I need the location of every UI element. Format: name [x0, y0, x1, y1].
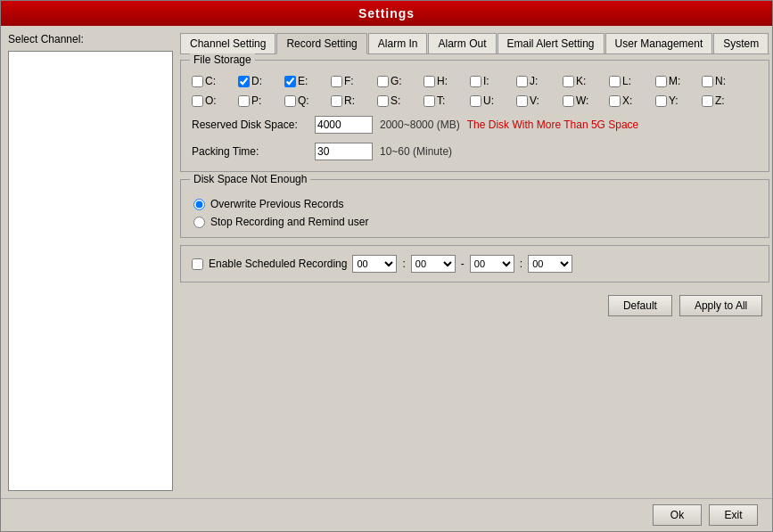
drive-n: N: — [702, 75, 744, 87]
drive-o-checkbox[interactable] — [192, 95, 203, 107]
drive-y-checkbox[interactable] — [655, 95, 667, 107]
drive-v-checkbox[interactable] — [516, 95, 528, 107]
channel-list[interactable] — [8, 51, 173, 491]
scheduled-recording-label: Enable Scheduled Recording — [209, 258, 347, 270]
overwrite-row: Overwrite Previous Records — [193, 198, 756, 210]
drive-e-label: E: — [298, 75, 308, 87]
reserved-disk-link[interactable]: The Disk With More Than 5G Space — [467, 119, 639, 131]
drive-n-checkbox[interactable] — [702, 76, 713, 87]
reserved-disk-row: Reserved Disk Space: 2000~8000 (MB) The … — [192, 116, 758, 134]
start-minute-select[interactable]: 00153045 — [411, 255, 456, 273]
drive-w-label: W: — [576, 94, 588, 107]
main-content: File Storage C: D: — [180, 60, 769, 491]
drive-row-1: C: D: E: F: — [192, 75, 758, 87]
drive-x-label: X: — [622, 94, 632, 107]
drive-g: G: — [377, 75, 420, 87]
stop-recording-radio[interactable] — [193, 217, 205, 228]
stop-recording-row: Stop Recording and Remind user — [193, 216, 756, 228]
drive-g-label: G: — [391, 75, 402, 87]
drive-k: K: — [563, 75, 605, 87]
tab-bar: Channel Setting Record Setting Alarm In … — [180, 33, 769, 54]
drive-v: V: — [516, 94, 559, 107]
disk-space-group: Disk Space Not Enough Overwrite Previous… — [180, 179, 769, 238]
start-hour-select[interactable]: 00010203 04050607 08091011 12131415 1617… — [352, 255, 397, 273]
stop-recording-label: Stop Recording and Remind user — [210, 216, 368, 228]
tab-user-management[interactable]: User Management — [605, 33, 713, 53]
scheduled-recording-row: Enable Scheduled Recording 00010203 0405… — [180, 245, 769, 282]
drive-w-checkbox[interactable] — [563, 95, 574, 107]
drive-t: T: — [424, 94, 466, 107]
drive-s-label: S: — [391, 94, 400, 107]
tab-channel-setting[interactable]: Channel Setting — [180, 33, 275, 53]
drive-c-checkbox[interactable] — [192, 76, 203, 87]
bottom-bar: Ok Exit — [1, 498, 772, 531]
end-hour-select[interactable]: 00010203 04050607 08091011 12131415 1617… — [470, 255, 514, 273]
drive-p-label: P: — [251, 94, 261, 107]
drive-k-label: K: — [576, 75, 586, 87]
drive-row-2: O: P: Q: R: — [192, 94, 758, 107]
drive-j-checkbox[interactable] — [516, 76, 528, 87]
drive-d-label: D: — [251, 75, 262, 87]
drive-i: I: — [470, 75, 513, 87]
drive-l-checkbox[interactable] — [609, 76, 621, 87]
overwrite-label: Overwrite Previous Records — [210, 198, 343, 210]
time-sep-2: : — [520, 258, 522, 270]
tab-alarm-in[interactable]: Alarm In — [368, 33, 428, 53]
tab-alarm-out[interactable]: Alarm Out — [428, 33, 496, 53]
packing-time-input[interactable] — [315, 143, 373, 160]
left-panel: Select Channel: — [8, 33, 173, 491]
drive-q: Q: — [284, 94, 327, 107]
drive-z: Z: — [702, 94, 744, 107]
drive-w: W: — [563, 94, 605, 107]
drive-g-checkbox[interactable] — [377, 76, 389, 87]
drive-q-label: Q: — [298, 94, 309, 107]
drive-f-checkbox[interactable] — [331, 76, 342, 87]
file-storage-title: File Storage — [190, 53, 255, 66]
scheduled-recording-checkbox[interactable] — [192, 258, 203, 270]
drive-s-checkbox[interactable] — [377, 95, 389, 107]
drive-r: R: — [331, 94, 374, 107]
drive-f-label: F: — [344, 75, 354, 87]
drive-m: M: — [655, 75, 698, 87]
end-minute-select[interactable]: 00153045 — [528, 255, 572, 273]
ok-button[interactable]: Ok — [653, 504, 702, 526]
drive-h-checkbox[interactable] — [424, 76, 435, 87]
drive-m-checkbox[interactable] — [655, 76, 667, 87]
drive-e: E: — [284, 75, 327, 87]
drive-u-checkbox[interactable] — [470, 95, 481, 107]
drive-j-label: J: — [530, 75, 538, 87]
drive-l: L: — [609, 75, 652, 87]
drive-o: O: — [192, 94, 234, 107]
drive-m-label: M: — [669, 75, 680, 87]
drive-c: C: — [192, 75, 234, 87]
exit-button[interactable]: Exit — [709, 504, 758, 526]
apply-to-all-button[interactable]: Apply to All — [679, 295, 762, 316]
drive-t-checkbox[interactable] — [424, 95, 435, 107]
tab-record-setting[interactable]: Record Setting — [276, 33, 366, 54]
settings-window: Settings Select Channel: Channel Setting… — [0, 0, 773, 532]
drive-y-label: Y: — [669, 94, 678, 107]
drive-grid: C: D: E: F: — [192, 75, 758, 107]
drive-q-checkbox[interactable] — [284, 95, 296, 107]
drive-h-label: H: — [437, 75, 448, 87]
drive-u-label: U: — [483, 94, 494, 107]
tab-email-alert[interactable]: Email Alert Setting — [498, 33, 604, 53]
default-button[interactable]: Default — [608, 295, 672, 316]
overwrite-radio[interactable] — [193, 199, 205, 210]
drive-f: F: — [331, 75, 374, 87]
drive-x: X: — [609, 94, 652, 107]
file-storage-group: File Storage C: D: — [180, 60, 769, 172]
drive-r-checkbox[interactable] — [331, 95, 342, 107]
reserved-disk-label: Reserved Disk Space: — [192, 119, 308, 131]
drive-k-checkbox[interactable] — [563, 76, 574, 87]
drive-p: P: — [238, 94, 281, 107]
reserved-disk-input[interactable] — [315, 116, 373, 134]
drive-i-label: I: — [483, 75, 489, 87]
drive-d-checkbox[interactable] — [238, 76, 250, 87]
drive-e-checkbox[interactable] — [284, 76, 296, 87]
drive-z-checkbox[interactable] — [702, 95, 713, 107]
drive-i-checkbox[interactable] — [470, 76, 481, 87]
drive-p-checkbox[interactable] — [238, 95, 250, 107]
drive-x-checkbox[interactable] — [609, 95, 621, 107]
tab-system[interactable]: System — [713, 33, 769, 53]
